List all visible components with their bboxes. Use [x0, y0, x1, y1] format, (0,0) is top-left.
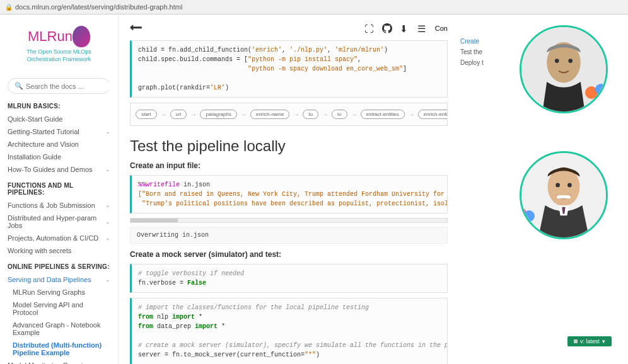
nav-section-online: ONLINE PIPELINES & SERVING: [8, 263, 110, 270]
avatar-presenter-1 [520, 25, 608, 113]
book-icon [574, 339, 578, 343]
toc-test[interactable]: Test the [460, 47, 484, 57]
nav-serving-graphs[interactable]: MLRun Serving Graphs [8, 286, 110, 299]
topbar: 🠔 ⛶ ⬇ ☰ Con [130, 21, 448, 35]
content-area: 🠔 ⛶ ⬇ ☰ Con child = fn.add_child_functio… [119, 14, 459, 364]
search-box[interactable]: 🔍 [8, 78, 110, 94]
download-icon[interactable]: ⬇ [400, 23, 410, 33]
sidebar: MLRun The Open Source MLOpsOrchestration… [0, 14, 119, 364]
url-bar[interactable]: 🔒 docs.mlrun.org/en/latest/serving/distr… [0, 0, 628, 14]
version-label: v: latest [580, 338, 600, 344]
nav-distributed[interactable]: Distributed and Hyper-param Jobs⌄ [8, 212, 110, 232]
avatar-presenter-2 [520, 151, 608, 239]
scrollbar[interactable] [130, 218, 448, 223]
nav-architecture[interactable]: Architecture and Vision [8, 138, 110, 151]
github-icon[interactable] [382, 23, 392, 33]
graph-node: enrich-name [250, 110, 289, 119]
version-badge[interactable]: v: latest ▾ [567, 336, 612, 346]
graph-node: paragraphs [200, 110, 236, 119]
nav-functions-job[interactable]: Functions & Job Submission⌄ [8, 199, 110, 212]
nav-advanced-graph[interactable]: Advanced Graph - Notebook Example [8, 319, 110, 339]
nav-installation[interactable]: Installation Guide [8, 151, 110, 163]
blob-decoration-icon [582, 80, 608, 105]
svg-point-10 [567, 183, 572, 188]
avatar-zone [507, 25, 620, 277]
graph-node: extract-entities [361, 110, 405, 119]
menu-icon[interactable]: ☰ [417, 23, 427, 33]
nav-quickstart[interactable]: Quick-Start Guide [8, 113, 110, 125]
svg-point-3 [568, 59, 573, 63]
search-icon: 🔍 [15, 82, 23, 90]
logo-icon [73, 26, 90, 47]
svg-point-13 [523, 210, 535, 222]
nav-projects[interactable]: Projects, Automation & CI/CD⌄ [8, 232, 110, 244]
right-toc: Create Test the Deploy t [459, 14, 486, 364]
lock-icon: 🔒 [5, 4, 13, 11]
chevron-down-icon: ⌄ [105, 128, 110, 135]
tagline: The Open Source MLOpsOrchestration Frame… [8, 48, 110, 63]
nav-model-monitoring[interactable]: Model Monitoring Overview (Beta)⌄ [8, 359, 110, 364]
graph-diagram: start→ url→ paragraphs→ enrich-name→ to→… [130, 103, 448, 126]
svg-point-2 [555, 59, 559, 63]
chevron-down-icon: ⌄ [105, 276, 110, 283]
svg-point-6 [597, 93, 607, 103]
code-block-toggle[interactable]: # toggle verbosity if needed fn.verbose … [130, 264, 448, 293]
back-arrow-icon[interactable]: 🠔 [130, 21, 142, 35]
chevron-down-icon: ⌄ [105, 235, 110, 241]
output-overwriting: Overwriting in.json [130, 227, 448, 244]
subheading-mock: Create a mock server (simulator) and tes… [130, 250, 448, 259]
contents-label: Con [435, 25, 448, 32]
svg-point-5 [595, 84, 607, 95]
logo-text: MLRun [28, 28, 73, 45]
graph-node: start [136, 110, 157, 119]
graph-node: url [170, 110, 187, 119]
logo-area[interactable]: MLRun The Open Source MLOpsOrchestration… [8, 21, 110, 72]
graph-node: to [303, 110, 318, 119]
blob-decoration-icon [520, 202, 540, 227]
svg-rect-11 [557, 195, 570, 198]
nav-section-basics: MLRUN BASICS: [8, 103, 110, 110]
subheading-input: Create an input file: [130, 161, 448, 170]
nav-getting-started[interactable]: Getting-Started Tutorial⌄ [8, 125, 110, 138]
nav-secrets[interactable]: Working with secrets [8, 244, 110, 257]
code-block-setup[interactable]: child = fn.add_child_function('enrich', … [130, 40, 448, 98]
toc-deploy[interactable]: Deploy t [460, 57, 484, 68]
code-block-writefile[interactable]: %%writefile in.json ["Born and raised in… [130, 175, 448, 213]
chevron-down-icon: ⌄ [105, 219, 110, 225]
svg-point-14 [520, 216, 528, 226]
section-title: Test the pipeline locally [130, 137, 448, 155]
nav-model-serving-api[interactable]: Model Serving API and Protocol [8, 299, 110, 319]
nav-distributed-pipeline[interactable]: Distributed (Multi-function) Pipeline Ex… [8, 339, 110, 359]
chevron-down-icon: ⌄ [105, 166, 110, 173]
url-text: docs.mlrun.org/en/latest/serving/distrib… [15, 3, 182, 11]
nav-serving-pipelines[interactable]: Serving and Data Pipelines⌄ [8, 273, 110, 286]
search-input[interactable] [26, 82, 113, 90]
nav-section-functions: FUNCTIONS AND ML PIPELINES: [8, 182, 110, 196]
graph-node: to [332, 110, 347, 119]
nav-howto[interactable]: How-To Guides and Demos⌄ [8, 163, 110, 176]
graph-node: enrich-entities [418, 110, 448, 119]
svg-point-9 [555, 183, 560, 188]
fullscreen-icon[interactable]: ⛶ [364, 23, 375, 33]
chevron-down-icon: ⌄ [105, 202, 110, 208]
code-block-import[interactable]: # import the classes/functions for the l… [130, 298, 448, 364]
chevron-down-icon: ▾ [602, 338, 605, 344]
toc-create[interactable]: Create [460, 36, 484, 47]
